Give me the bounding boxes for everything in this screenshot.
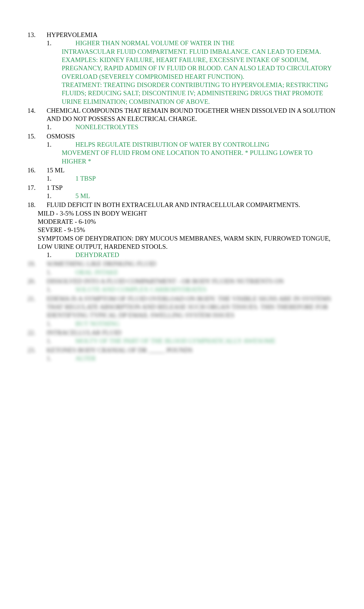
question-text-continuation: SEVERE - 9-15%	[27, 226, 337, 234]
answer-text-continuation: TREATMENT: TREATING DISORDER CONTRIBUTIN…	[27, 81, 337, 106]
answer-number: 1.	[47, 354, 75, 363]
question-number: 13.	[27, 31, 47, 39]
question-number: 17.	[27, 184, 47, 192]
answer-row: 1.DEHYDRATED	[27, 251, 337, 259]
question-number: 22.	[27, 329, 47, 337]
answer-text: NONELECTROLYTES	[75, 123, 337, 131]
answer-text: DEHYDRATED	[75, 251, 337, 259]
question-text-continuation: MILD - 3-5% LOSS IN BODY WEIGHT	[27, 209, 337, 218]
question-row: 16.15 ML	[27, 166, 337, 174]
question-row: 22.INTRACELLULAR FLUID	[27, 329, 337, 337]
answer-row: 1.1 TBSP	[27, 174, 337, 183]
answer-text-continuation: MOVEMENT OF FLUID FROM ONE LOCATION TO A…	[27, 149, 337, 166]
answer-number: 1.	[47, 268, 75, 277]
question-number: 16.	[27, 166, 47, 174]
question-number: 15.	[27, 132, 47, 141]
answer-row: 1.HIGHER THAN NORMAL VOLUME OF WATER IN …	[27, 39, 337, 47]
answer-row: 1.ORAL INTAKE	[27, 268, 337, 277]
answer-text: ALTER	[75, 354, 337, 363]
answer-number: 1.	[47, 192, 75, 200]
answer-row: 1.BUT NOTHING	[27, 320, 337, 328]
question-text: INTRACELLULAR FLUID	[47, 329, 337, 337]
answer-row: 1.5 ML	[27, 192, 337, 200]
answer-row: 1.NONELECTROLYTES	[27, 123, 337, 131]
question-row: 14.CHEMICAL COMPOUNDS THAT REMAIN BOUND …	[27, 107, 337, 123]
answer-text: 1 TBSP	[75, 174, 337, 183]
answer-text: 5 ML	[75, 192, 337, 200]
answer-number: 1.	[47, 141, 75, 149]
question-row: 18.FLUID DEFICIT IN BOTH EXTRACELULAR AN…	[27, 201, 337, 209]
question-number: 14.	[27, 107, 47, 115]
question-number: 18.	[27, 201, 47, 209]
question-text: OSMOSIS	[47, 132, 337, 141]
question-text: FLUID DEFICIT IN BOTH EXTRACELULAR AND I…	[47, 201, 337, 209]
question-text-continuation: MODERATE - 6-10%	[27, 218, 337, 226]
answer-text: SOLUTE AND COMPLEX CARBOHYDRATES	[75, 285, 337, 294]
question-text: 1 TSP	[47, 184, 337, 192]
answer-number: 1.	[47, 251, 75, 259]
question-row: 23.KETONES BODY CRANIAL OF DR _____ POUN…	[27, 346, 337, 354]
question-text: DISSOLVED INTO A FLUID COMPARTMENT - OR …	[47, 277, 337, 285]
question-text: EDEMA IS A SYMPTOM OF FLUID OVERLOAD ON …	[47, 295, 337, 320]
question-text: CHEMICAL COMPOUNDS THAT REMAIN BOUND TOG…	[47, 107, 337, 123]
answer-number: 1.	[47, 337, 75, 345]
question-row: 20.DISSOLVED INTO A FLUID COMPARTMENT - …	[27, 277, 337, 285]
question-row: 17.1 TSP	[27, 184, 337, 192]
answer-text: HELPS REGULATE DISTRIBUTION OF WATER BY …	[75, 141, 337, 149]
answer-text-continuation: INTRAVASCULAR FLUID COMPARTMENT. FLUID I…	[27, 48, 337, 81]
answer-number: 1.	[47, 174, 75, 183]
question-text-continuation: SYMPTOMS OF DEHYDRATION: DRY MUCOUS MEMB…	[27, 234, 337, 251]
question-number: 19.	[27, 260, 47, 268]
answer-number: 1.	[47, 39, 75, 47]
question-text: 15 ML	[47, 166, 337, 174]
question-row: 19.SOMETHING LIKE DRINKING FLUID	[27, 260, 337, 268]
question-row: 15.OSMOSIS	[27, 132, 337, 141]
question-number: 23.	[27, 346, 47, 354]
answer-text: ORAL INTAKE	[75, 268, 337, 277]
answer-row: 1.MOLTY OF THE PART OF THE BLOOD LYMPHAT…	[27, 337, 337, 345]
question-row: 21.EDEMA IS A SYMPTOM OF FLUID OVERLOAD …	[27, 295, 337, 320]
answer-row: 1.SOLUTE AND COMPLEX CARBOHYDRATES	[27, 285, 337, 294]
answer-text: BUT NOTHING	[75, 320, 337, 328]
question-row: 13.HYPERVOLEMIA	[27, 31, 337, 39]
answer-number: 1.	[47, 320, 75, 328]
answer-row: 1.ALTER	[27, 354, 337, 363]
answer-text: HIGHER THAN NORMAL VOLUME OF WATER IN TH…	[75, 39, 337, 47]
question-number: 21.	[27, 295, 47, 303]
answer-row: 1.HELPS REGULATE DISTRIBUTION OF WATER B…	[27, 141, 337, 149]
answer-text: MOLTY OF THE PART OF THE BLOOD LYMPHATIC…	[75, 337, 337, 345]
question-text: SOMETHING LIKE DRINKING FLUID	[47, 260, 337, 268]
question-number: 20.	[27, 277, 47, 285]
answer-number: 1.	[47, 285, 75, 294]
answer-number: 1.	[47, 123, 75, 131]
question-text: HYPERVOLEMIA	[47, 31, 337, 39]
question-text: KETONES BODY CRANIAL OF DR _____ POUNDS	[47, 346, 337, 354]
